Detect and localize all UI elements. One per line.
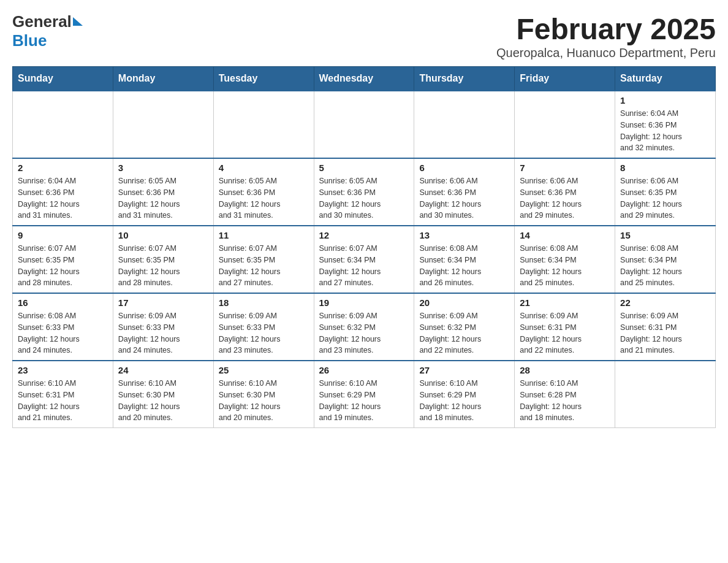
calendar-cell — [213, 91, 314, 158]
day-number: 25 — [219, 365, 309, 375]
calendar-title: February 2025 — [496, 12, 716, 46]
day-of-week-header: Thursday — [414, 67, 515, 91]
day-info: Sunrise: 6:10 AM Sunset: 6:30 PM Dayligh… — [118, 378, 208, 424]
day-info: Sunrise: 6:10 AM Sunset: 6:29 PM Dayligh… — [319, 378, 409, 424]
day-info: Sunrise: 6:08 AM Sunset: 6:34 PM Dayligh… — [520, 243, 610, 289]
calendar-cell: 24Sunrise: 6:10 AM Sunset: 6:30 PM Dayli… — [113, 361, 213, 428]
calendar-cell: 27Sunrise: 6:10 AM Sunset: 6:29 PM Dayli… — [414, 361, 515, 428]
day-info: Sunrise: 6:06 AM Sunset: 6:36 PM Dayligh… — [520, 175, 610, 221]
day-info: Sunrise: 6:08 AM Sunset: 6:34 PM Dayligh… — [620, 243, 710, 289]
calendar-cell: 8Sunrise: 6:06 AM Sunset: 6:35 PM Daylig… — [615, 158, 716, 226]
day-number: 24 — [118, 365, 208, 375]
day-number: 21 — [520, 297, 610, 308]
calendar-cell: 15Sunrise: 6:08 AM Sunset: 6:34 PM Dayli… — [615, 226, 716, 293]
day-number: 12 — [319, 230, 409, 240]
calendar-cell: 23Sunrise: 6:10 AM Sunset: 6:31 PM Dayli… — [13, 361, 113, 428]
calendar-cell — [314, 91, 414, 158]
day-number: 8 — [620, 163, 710, 173]
calendar-cell: 12Sunrise: 6:07 AM Sunset: 6:34 PM Dayli… — [314, 226, 414, 293]
day-info: Sunrise: 6:10 AM Sunset: 6:28 PM Dayligh… — [520, 378, 610, 424]
day-info: Sunrise: 6:06 AM Sunset: 6:35 PM Dayligh… — [620, 175, 710, 221]
day-number: 27 — [419, 365, 509, 375]
day-number: 1 — [620, 95, 710, 105]
calendar-cell: 5Sunrise: 6:05 AM Sunset: 6:36 PM Daylig… — [314, 158, 414, 226]
calendar-cell: 2Sunrise: 6:04 AM Sunset: 6:36 PM Daylig… — [13, 158, 113, 226]
calendar-cell: 22Sunrise: 6:09 AM Sunset: 6:31 PM Dayli… — [615, 293, 716, 361]
calendar-cell: 11Sunrise: 6:07 AM Sunset: 6:35 PM Dayli… — [213, 226, 314, 293]
day-info: Sunrise: 6:10 AM Sunset: 6:30 PM Dayligh… — [219, 378, 309, 424]
day-info: Sunrise: 6:09 AM Sunset: 6:33 PM Dayligh… — [219, 310, 309, 356]
day-info: Sunrise: 6:09 AM Sunset: 6:31 PM Dayligh… — [520, 310, 610, 356]
calendar-cell — [13, 91, 113, 158]
calendar-cell: 26Sunrise: 6:10 AM Sunset: 6:29 PM Dayli… — [314, 361, 414, 428]
calendar-cell — [414, 91, 515, 158]
day-info: Sunrise: 6:09 AM Sunset: 6:32 PM Dayligh… — [319, 310, 409, 356]
day-number: 14 — [520, 230, 610, 240]
calendar-cell: 3Sunrise: 6:05 AM Sunset: 6:36 PM Daylig… — [113, 158, 213, 226]
week-row: 2Sunrise: 6:04 AM Sunset: 6:36 PM Daylig… — [13, 158, 716, 226]
day-number: 13 — [419, 230, 509, 240]
day-info: Sunrise: 6:05 AM Sunset: 6:36 PM Dayligh… — [118, 175, 208, 221]
day-info: Sunrise: 6:08 AM Sunset: 6:34 PM Dayligh… — [419, 243, 509, 289]
day-of-week-header: Sunday — [13, 67, 113, 91]
logo: General Blue — [12, 12, 83, 50]
day-number: 23 — [18, 365, 108, 375]
day-number: 16 — [18, 297, 108, 308]
day-info: Sunrise: 6:04 AM Sunset: 6:36 PM Dayligh… — [620, 108, 710, 154]
week-row: 9Sunrise: 6:07 AM Sunset: 6:35 PM Daylig… — [13, 226, 716, 293]
day-number: 11 — [219, 230, 309, 240]
calendar-subtitle: Queropalca, Huanuco Department, Peru — [496, 46, 716, 60]
week-row: 23Sunrise: 6:10 AM Sunset: 6:31 PM Dayli… — [13, 361, 716, 428]
day-info: Sunrise: 6:09 AM Sunset: 6:32 PM Dayligh… — [419, 310, 509, 356]
day-info: Sunrise: 6:09 AM Sunset: 6:31 PM Dayligh… — [620, 310, 710, 356]
day-number: 5 — [319, 163, 409, 173]
day-info: Sunrise: 6:10 AM Sunset: 6:29 PM Dayligh… — [419, 378, 509, 424]
day-number: 4 — [219, 163, 309, 173]
day-of-week-header: Tuesday — [213, 67, 314, 91]
day-info: Sunrise: 6:10 AM Sunset: 6:31 PM Dayligh… — [18, 378, 108, 424]
day-number: 15 — [620, 230, 710, 240]
day-of-week-header: Friday — [515, 67, 615, 91]
calendar-cell — [615, 361, 716, 428]
day-number: 9 — [18, 230, 108, 240]
calendar-table: SundayMondayTuesdayWednesdayThursdayFrid… — [12, 66, 716, 428]
day-number: 10 — [118, 230, 208, 240]
day-number: 26 — [319, 365, 409, 375]
logo-general-text: General — [12, 12, 72, 31]
day-info: Sunrise: 6:08 AM Sunset: 6:33 PM Dayligh… — [18, 310, 108, 356]
day-number: 2 — [18, 163, 108, 173]
day-info: Sunrise: 6:07 AM Sunset: 6:35 PM Dayligh… — [118, 243, 208, 289]
day-number: 20 — [419, 297, 509, 308]
day-of-week-header: Saturday — [615, 67, 716, 91]
calendar-cell: 7Sunrise: 6:06 AM Sunset: 6:36 PM Daylig… — [515, 158, 615, 226]
calendar-cell — [515, 91, 615, 158]
day-number: 19 — [319, 297, 409, 308]
calendar-cell: 21Sunrise: 6:09 AM Sunset: 6:31 PM Dayli… — [515, 293, 615, 361]
calendar-cell: 9Sunrise: 6:07 AM Sunset: 6:35 PM Daylig… — [13, 226, 113, 293]
day-info: Sunrise: 6:07 AM Sunset: 6:34 PM Dayligh… — [319, 243, 409, 289]
calendar-cell: 17Sunrise: 6:09 AM Sunset: 6:33 PM Dayli… — [113, 293, 213, 361]
days-header-row: SundayMondayTuesdayWednesdayThursdayFrid… — [13, 67, 716, 91]
page-header: General Blue February 2025 Queropalca, H… — [12, 12, 716, 60]
day-of-week-header: Wednesday — [314, 67, 414, 91]
day-info: Sunrise: 6:04 AM Sunset: 6:36 PM Dayligh… — [18, 175, 108, 221]
calendar-cell: 19Sunrise: 6:09 AM Sunset: 6:32 PM Dayli… — [314, 293, 414, 361]
day-number: 18 — [219, 297, 309, 308]
day-info: Sunrise: 6:09 AM Sunset: 6:33 PM Dayligh… — [118, 310, 208, 356]
day-number: 6 — [419, 163, 509, 173]
calendar-cell — [113, 91, 213, 158]
day-info: Sunrise: 6:05 AM Sunset: 6:36 PM Dayligh… — [219, 175, 309, 221]
day-info: Sunrise: 6:07 AM Sunset: 6:35 PM Dayligh… — [18, 243, 108, 289]
day-number: 22 — [620, 297, 710, 308]
calendar-cell: 4Sunrise: 6:05 AM Sunset: 6:36 PM Daylig… — [213, 158, 314, 226]
calendar-cell: 16Sunrise: 6:08 AM Sunset: 6:33 PM Dayli… — [13, 293, 113, 361]
day-of-week-header: Monday — [113, 67, 213, 91]
logo-arrow-icon — [73, 17, 83, 26]
day-info: Sunrise: 6:06 AM Sunset: 6:36 PM Dayligh… — [419, 175, 509, 221]
calendar-cell: 18Sunrise: 6:09 AM Sunset: 6:33 PM Dayli… — [213, 293, 314, 361]
calendar-cell: 13Sunrise: 6:08 AM Sunset: 6:34 PM Dayli… — [414, 226, 515, 293]
day-info: Sunrise: 6:05 AM Sunset: 6:36 PM Dayligh… — [319, 175, 409, 221]
day-number: 7 — [520, 163, 610, 173]
day-number: 28 — [520, 365, 610, 375]
week-row: 1Sunrise: 6:04 AM Sunset: 6:36 PM Daylig… — [13, 91, 716, 158]
